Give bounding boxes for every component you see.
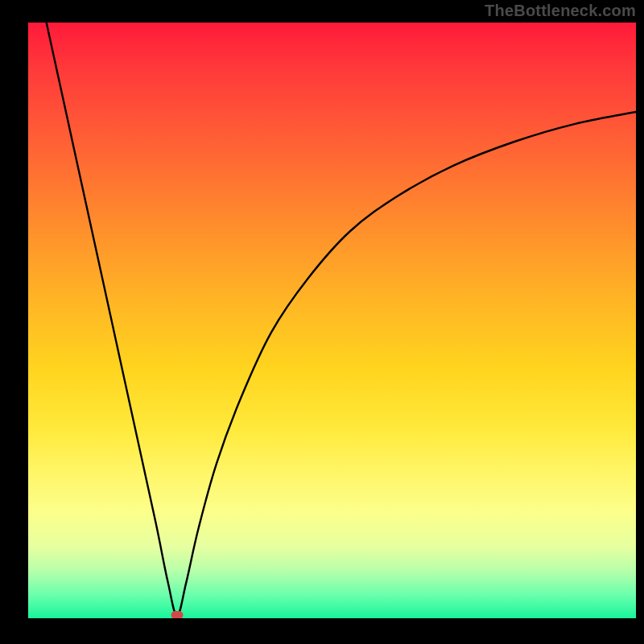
optimal-point-marker: [171, 611, 183, 618]
plot-area: [28, 23, 636, 618]
bottleneck-curve: [47, 23, 636, 615]
watermark-label: TheBottleneck.com: [485, 2, 636, 20]
chart-frame: TheBottleneck.com: [0, 0, 644, 644]
curve-layer: [28, 23, 636, 618]
